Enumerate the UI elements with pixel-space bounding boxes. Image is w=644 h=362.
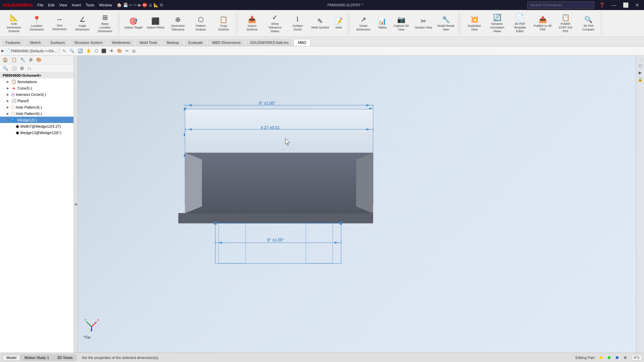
unit-display[interactable]: IPS bbox=[632, 355, 641, 360]
zoom-window-tool[interactable]: 🔍 bbox=[68, 48, 76, 54]
tree-item-intersect-circle3[interactable]: ▶ ◎ Intersect Circle3(-) bbox=[0, 91, 73, 98]
menu-tools[interactable]: Tools bbox=[84, 2, 96, 8]
section-tool[interactable]: ✂ bbox=[124, 48, 130, 54]
tab-mbd-dimensions[interactable]: MBD Dimensions bbox=[208, 39, 245, 46]
tree-item-hole-pattern3[interactable]: ▶ ⬡ Hole Pattern3(-) bbox=[0, 104, 73, 110]
publish-step-button[interactable]: 📋 Publish STEP 242 PDF bbox=[554, 12, 577, 35]
publish-3d-pdf-button[interactable]: 📤 Publish to 3D PDF bbox=[532, 12, 554, 35]
tab-structure-system[interactable]: Structure System bbox=[70, 39, 107, 46]
tab-evaluate[interactable]: Evaluate bbox=[184, 39, 207, 46]
show-tolerance-status-button[interactable]: ✓ Show Tolerance Status bbox=[264, 12, 286, 35]
pattern-feature-button[interactable]: ⬡ Pattern Feature bbox=[190, 12, 212, 35]
weld-symbol-button[interactable]: ✎ Weld Symbol bbox=[309, 12, 331, 35]
tab-surfaces[interactable]: Surfaces bbox=[46, 39, 69, 46]
copy-scheme-button[interactable]: 📋 Copy Scheme bbox=[212, 12, 235, 35]
tab-weldments[interactable]: Weldments bbox=[108, 39, 135, 46]
select-tool[interactable]: ↖ bbox=[61, 48, 67, 54]
auto-dimension-label: Auto Dimension Scheme bbox=[5, 22, 23, 33]
vp-tool-1[interactable]: ⬜ bbox=[638, 57, 643, 62]
feature-tabs: Features Sketch Surfaces Structure Syste… bbox=[0, 37, 644, 46]
tab-mbd[interactable]: MBD bbox=[293, 39, 310, 46]
feature-manager-tab[interactable]: 📋 bbox=[10, 57, 18, 63]
tree-collapse-button[interactable]: ⊞ bbox=[19, 65, 25, 71]
wedge13-icon: ◆ bbox=[16, 130, 19, 135]
edit-appear-tool[interactable]: 🎨 bbox=[116, 48, 123, 54]
surface-finish-button[interactable]: ⌇ Surface Finish bbox=[286, 12, 309, 35]
menu-insert[interactable]: Insert bbox=[70, 2, 83, 8]
toolbar-divider bbox=[59, 48, 59, 54]
tree-item-annotations[interactable]: ▶ 📋 Annotations bbox=[0, 78, 73, 85]
sidebar-collapse-handle[interactable]: ◀ bbox=[74, 56, 78, 353]
hide-show-tool[interactable]: 👁 bbox=[108, 48, 115, 54]
property-manager-tab[interactable]: 🏠 bbox=[1, 57, 9, 63]
tab-sketch[interactable]: Sketch bbox=[25, 39, 45, 46]
pan-tool[interactable]: ✋ bbox=[85, 48, 93, 54]
tab-features[interactable]: Features bbox=[1, 39, 24, 46]
svg-line-33 bbox=[87, 322, 92, 327]
hp5-icon: ⬡ bbox=[11, 111, 15, 116]
geometric-tolerance-button[interactable]: ⊕ Geometric Tolerance bbox=[167, 12, 189, 35]
display-mode-tool[interactable]: ⬛ bbox=[100, 48, 108, 54]
tab-solidworks-add-ins[interactable]: SOLIDWORKS Add-Ins bbox=[246, 39, 293, 46]
expand-tree-button[interactable]: ▶ bbox=[1, 49, 4, 53]
capture-label: Capture 3D View bbox=[392, 24, 411, 32]
tab-mold-tools[interactable]: Mold Tools bbox=[136, 39, 162, 46]
vp-tool-4[interactable]: 🔒 bbox=[638, 77, 643, 82]
property-tab[interactable]: 🔧 bbox=[19, 57, 27, 63]
width7-label: Width7@Wedge12(4.27) bbox=[20, 124, 61, 128]
menu-file[interactable]: File bbox=[36, 2, 46, 8]
3d-pdf-template-button[interactable]: 📄 3D PDF Template Editor bbox=[509, 12, 531, 35]
datum-plane-button[interactable]: ⬛ Datum Plane bbox=[145, 12, 166, 35]
tab-3d-views[interactable]: 3D Views bbox=[53, 355, 76, 361]
import-scheme-button[interactable]: 📥 Import Scheme bbox=[241, 12, 263, 35]
menu-window[interactable]: Window bbox=[97, 2, 114, 8]
config-manager-tab[interactable]: ⚙ bbox=[28, 57, 34, 63]
auto-dimension-scheme-button[interactable]: 📐 Auto Dimension Scheme bbox=[3, 12, 25, 35]
3d-pmi-compare-button[interactable]: 🔍 3D PMI Compare bbox=[577, 12, 600, 35]
size-dimension-button[interactable]: ↔ Size Dimension bbox=[48, 12, 71, 35]
app-logo: SOLIDWORKS bbox=[3, 3, 33, 8]
minimize-button[interactable]: — bbox=[609, 2, 618, 8]
tree-item-width7-wedge12[interactable]: ◆ Width7@Wedge12(4.27) bbox=[0, 123, 73, 129]
tree-item-hole-pattern5[interactable]: ▶ ⬡ Hole Pattern5(-) bbox=[0, 110, 73, 117]
search-input[interactable] bbox=[527, 1, 594, 9]
view-focus-tool[interactable]: ◎ bbox=[131, 48, 137, 54]
tables-button[interactable]: 📊 Tables bbox=[375, 12, 390, 35]
menu-view[interactable]: View bbox=[57, 2, 69, 8]
model-break-view-button[interactable]: 🔧 Model Break View bbox=[435, 12, 457, 35]
close-button[interactable]: ✕ bbox=[633, 2, 641, 8]
size-dim-label: Size Dimension bbox=[50, 24, 69, 31]
tab-motion-study-1[interactable]: Motion Study 1 bbox=[21, 355, 53, 361]
menu-edit[interactable]: Edit bbox=[46, 2, 56, 8]
location-dimension-button[interactable]: 📍 Location Dimension bbox=[25, 12, 48, 35]
exploded-view-button[interactable]: 💥 Exploded View bbox=[463, 12, 486, 35]
tree-item-wedge12[interactable]: ▼ 🔷 Wedge12(-) bbox=[0, 117, 73, 123]
datum-target-button[interactable]: 🎯 Datum Target bbox=[122, 12, 145, 35]
capture-3d-view-button[interactable]: 📷 Capture 3D View bbox=[390, 12, 413, 35]
surface-fin-icon: ⌇ bbox=[296, 15, 299, 23]
expand-annotations-icon: ▶ bbox=[7, 80, 10, 83]
tree-item-cone2[interactable]: ▶ 🔺 Cone2(-) bbox=[0, 85, 73, 91]
section-view-button[interactable]: ✂ Section View bbox=[413, 12, 434, 35]
maximize-button[interactable]: ⬜ bbox=[621, 2, 631, 8]
appearance-tab[interactable]: 🎨 bbox=[35, 57, 43, 63]
dynamic-annotation-button[interactable]: 🔄 Dynamic Annotation Views bbox=[486, 12, 508, 35]
tree-filter-button[interactable]: 🔍 bbox=[1, 65, 9, 71]
basic-location-dimension-button[interactable]: ⊞ Basic Location Dimension bbox=[94, 12, 116, 35]
vp-tool-2[interactable]: ⬡ bbox=[639, 64, 642, 68]
help-button[interactable]: ❓ bbox=[597, 2, 607, 8]
tab-markup[interactable]: Markup bbox=[162, 39, 183, 46]
view-orient-tool[interactable]: ⬡ bbox=[93, 48, 99, 54]
tree-item-plane5[interactable]: ▶ ⬜ Plane5 bbox=[0, 98, 73, 104]
tree-expand-button[interactable]: ⬜ bbox=[10, 65, 18, 71]
tree-item-wedge13-wedge12[interactable]: ◆ Wedge13@Wedge12(6'') bbox=[0, 129, 73, 136]
vp-tool-3[interactable]: ▶ bbox=[639, 70, 642, 75]
tree-arrows[interactable]: ↑↓ bbox=[26, 65, 33, 71]
smart-dimension-button[interactable]: ↗ Smart Dimension bbox=[352, 12, 375, 35]
angle-dimension-button[interactable]: ∠ Angle Dimension bbox=[71, 12, 94, 35]
3d-viewport[interactable]: 6° ±1.00° 4.27 ±0.01 6° ±1.00° *Top X Y … bbox=[78, 56, 644, 353]
rotate-tool[interactable]: 🔄 bbox=[76, 48, 84, 54]
tab-model[interactable]: Model bbox=[3, 355, 20, 361]
datum-plane-label: Datum Plane bbox=[147, 26, 164, 29]
note-button[interactable]: 📝 Note bbox=[331, 12, 346, 35]
